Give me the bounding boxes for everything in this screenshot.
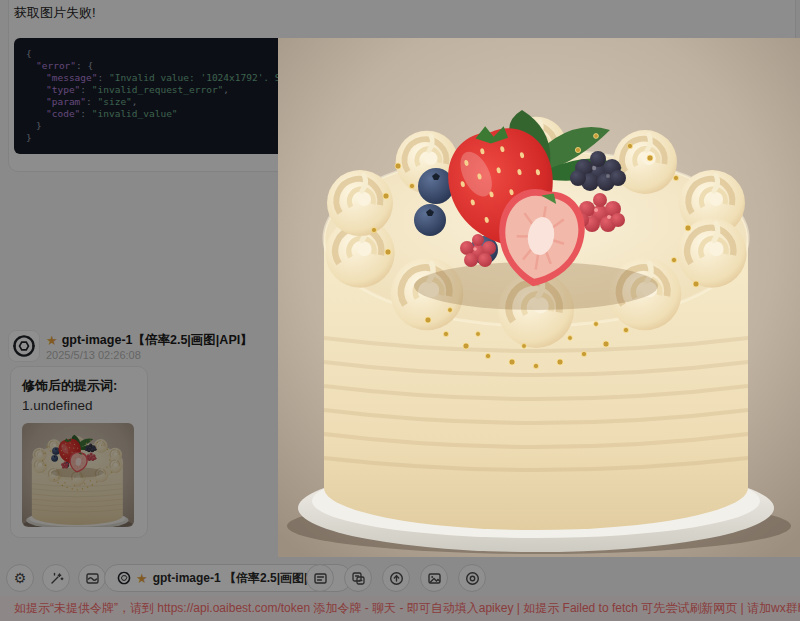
lightbox-cake-image[interactable]: [278, 38, 800, 557]
